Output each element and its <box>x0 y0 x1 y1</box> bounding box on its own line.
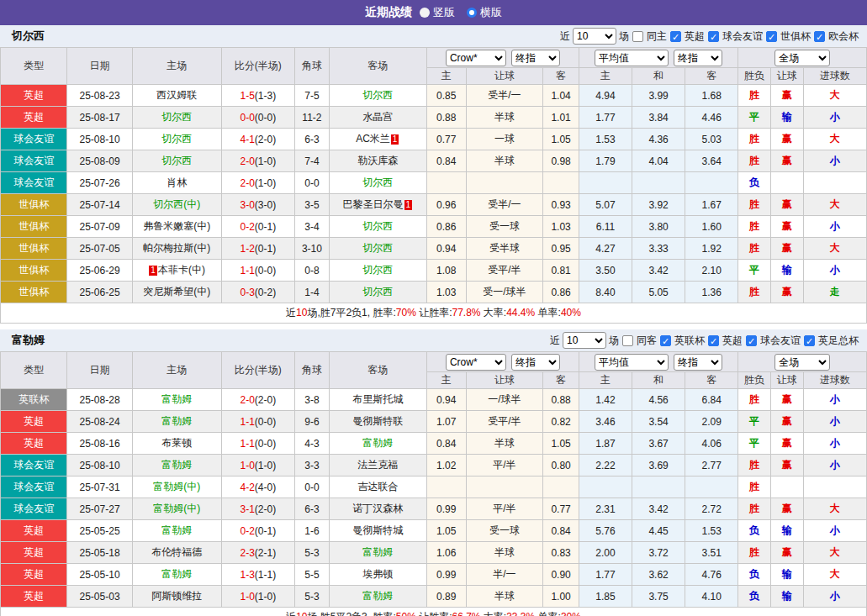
away-team-name: 法兰克福 <box>357 459 398 471</box>
check-icon: ✓ <box>710 32 717 42</box>
competition-checkbox[interactable]: ✓ <box>670 31 681 42</box>
competition-checkbox[interactable]: ✓ <box>746 335 757 346</box>
away-team-name: 布里斯托城 <box>352 393 403 405</box>
home-team-name: 弗鲁米嫩塞(中) <box>143 220 210 232</box>
odds-source-select[interactable]: Crow* <box>446 354 506 371</box>
avg-away-cell: 2.77 <box>685 455 738 476</box>
competition-checkbox[interactable]: ✓ <box>766 31 777 42</box>
team-label: 切尔西 <box>12 29 45 44</box>
away-team-name: 埃弗顿 <box>362 568 393 580</box>
scope-select[interactable]: 全场 <box>774 50 830 66</box>
odds-handicap-cell: 平/半 <box>466 455 543 476</box>
away-team-cell: 富勒姆 <box>329 542 426 564</box>
result-handicap-cell: 赢 <box>770 455 803 476</box>
odds-handicap-header: 让球 <box>466 372 543 389</box>
type-badge: 世俱杯 <box>1 282 67 303</box>
score-cell: 2-3(2-1) <box>221 542 295 564</box>
summary-segment: 场,胜5平2负3, 胜率: <box>307 611 395 616</box>
competition-checkbox[interactable]: ✓ <box>660 335 671 346</box>
date-cell: 25-06-29 <box>67 260 132 282</box>
recent-count-select[interactable]: 10 <box>563 332 606 349</box>
halftime-score: (1-0) <box>255 591 276 603</box>
competition-checkbox[interactable]: ✓ <box>804 335 815 346</box>
avg-select[interactable]: 平均值 <box>595 50 669 66</box>
competition-checkbox[interactable]: ✓ <box>814 31 825 42</box>
radio-horizontal-option[interactable]: 横版 <box>467 5 502 20</box>
home-team-cell: 西汉姆联 <box>132 85 221 107</box>
odds-handicap-cell <box>466 476 543 498</box>
avg-time-select[interactable]: 终指 <box>674 354 722 371</box>
avg-select[interactable]: 平均值 <box>595 354 669 371</box>
check-icon: ✓ <box>748 336 755 346</box>
fulltime-score: 1-0 <box>240 591 254 603</box>
competition-checkbox[interactable]: ✓ <box>708 31 719 42</box>
result-goals-cell: 大 <box>803 498 866 520</box>
corner-cell: 3-5 <box>295 194 330 216</box>
competition-checkbox[interactable]: ✓ <box>708 335 719 346</box>
result-goals-cell: 小 <box>803 455 866 476</box>
home-team-name: 本菲卡(中) <box>158 264 205 276</box>
fulltime-score: 2-0 <box>240 177 254 189</box>
avg-draw-cell: 4.36 <box>632 129 685 150</box>
odds-group-header: Crow*终指 <box>426 48 579 68</box>
summary-segment: 大率: <box>481 307 507 319</box>
score-cell: 0-0(0-0) <box>221 107 295 129</box>
odds-away-cell: 0.86 <box>543 282 579 303</box>
score-cell: 1-1(0-0) <box>221 411 295 433</box>
avg-home-cell: 2.00 <box>579 542 632 564</box>
result-handicap-cell: 赢 <box>770 433 803 455</box>
match-row: 英超25-08-24富勒姆1-1(0-0)9-6曼彻斯特联1.07受平/半0.8… <box>1 411 867 433</box>
scope-select[interactable]: 全场 <box>774 354 830 371</box>
date-cell: 25-08-10 <box>67 455 132 476</box>
corner-cell: 3-8 <box>295 389 330 411</box>
fulltime-score: 2-3 <box>240 547 254 559</box>
corner-cell: 11-2 <box>295 107 330 129</box>
date-cell: 25-08-09 <box>67 150 132 172</box>
odds-time-select[interactable]: 终指 <box>511 50 560 66</box>
match-row: 球会友谊25-07-26肖林2-0(1-0)0-0切尔西负 <box>1 172 867 194</box>
away-team-name: 切尔西 <box>362 220 393 232</box>
odds-home-cell: 0.85 <box>426 85 466 107</box>
away-team-name: 水晶宫 <box>362 111 393 123</box>
radio-vertical-icon[interactable] <box>420 8 430 18</box>
recent-count-select[interactable]: 10 <box>573 28 616 45</box>
avg-time-select[interactable]: 终指 <box>674 50 722 66</box>
avg-draw-cell: 4.45 <box>632 520 685 542</box>
results-table: 类型日期主场比分(半场)角球客场Crow*终指平均值终指全场主让球客主和客胜负让… <box>0 351 867 616</box>
away-team-cell: 富勒姆 <box>329 433 426 455</box>
match-row: 球会友谊25-08-09切尔西2-0(1-0)7-4勒沃库森0.84半球0.98… <box>1 150 867 172</box>
same-venue-checkbox[interactable] <box>632 31 643 42</box>
home-team-name: 切尔西(中) <box>153 198 200 210</box>
away-team-cell: 布里斯托城 <box>329 389 426 411</box>
odds-away-cell: 1.05 <box>543 433 579 455</box>
avg-home-cell: 8.40 <box>579 282 632 303</box>
home-team-cell: 弗鲁米嫩塞(中) <box>132 216 221 238</box>
odds-away-cell: 1.00 <box>543 586 579 608</box>
date-header: 日期 <box>67 352 132 389</box>
odds-time-select[interactable]: 终指 <box>511 354 560 371</box>
away-team-name: 切尔西 <box>362 176 393 188</box>
result-wl-cell: 平 <box>738 411 771 433</box>
summary-segment: 大率: <box>481 611 507 616</box>
home-team-name: 富勒姆 <box>161 393 192 405</box>
odds-away-header: 客 <box>543 68 579 85</box>
recent-label: 近 <box>550 334 560 348</box>
date-cell: 25-08-28 <box>67 389 132 411</box>
check-icon: ✓ <box>806 336 813 346</box>
same-venue-checkbox[interactable] <box>622 335 633 346</box>
score-cell: 1-5(1-3) <box>221 85 295 107</box>
match-row: 英联杯25-08-28富勒姆2-0(2-0)3-8布里斯托城0.94一/球半0.… <box>1 389 867 411</box>
score-cell: 1-0(1-0) <box>221 455 295 476</box>
summary-segment: 30% <box>561 611 581 616</box>
avg-home-cell <box>579 476 632 498</box>
radio-horizontal-icon[interactable] <box>467 8 477 18</box>
table-header: 类型日期主场比分(半场)角球客场Crow*终指平均值终指全场主让球客主和客胜负让… <box>1 48 867 85</box>
page-title: 近期战绩 <box>365 5 412 20</box>
summary-segment: 66.7% <box>452 611 480 616</box>
home-header: 主场 <box>132 48 221 85</box>
odds-source-select[interactable]: Crow* <box>446 50 506 66</box>
avg-home-cell: 5.76 <box>579 520 632 542</box>
odds-away-cell: 0.77 <box>543 498 579 520</box>
radio-vertical-option[interactable]: 竖版 <box>420 5 455 20</box>
away-team-cell: 曼彻斯特城 <box>329 520 426 542</box>
